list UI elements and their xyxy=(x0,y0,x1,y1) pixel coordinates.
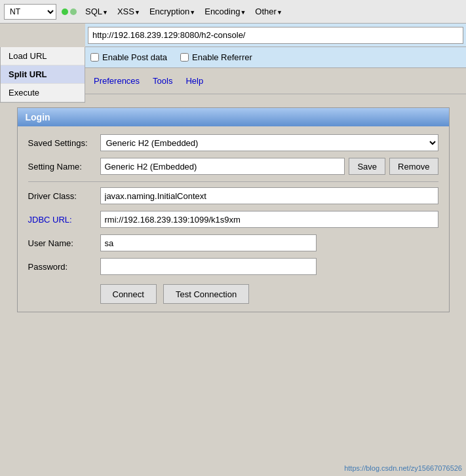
enable-post-data-text: Enable Post data xyxy=(102,52,167,62)
toolbar-other[interactable]: Other▼ xyxy=(252,5,285,18)
enable-post-data-label[interactable]: Enable Post data xyxy=(90,52,167,62)
setting-name-row: Setting Name: Save Remove xyxy=(28,158,438,175)
toolbar-encoding[interactable]: Encoding▼ xyxy=(201,5,249,18)
driver-class-label: Driver Class: xyxy=(28,191,100,201)
jdbc-url-row: JDBC URL: xyxy=(28,211,438,228)
sql-arrow: ▼ xyxy=(102,9,108,16)
toolbar-sql[interactable]: SQL▼ xyxy=(82,5,111,18)
watermark: https://blog.csdn.net/zy15667076526 xyxy=(344,464,462,472)
toolbar-xss[interactable]: XSS▼ xyxy=(114,5,144,18)
connect-row: Connect Test Connection xyxy=(28,284,438,304)
driver-class-row: Driver Class: xyxy=(28,187,438,204)
url-bar xyxy=(85,24,466,47)
load-url-item[interactable]: Load URL xyxy=(1,47,85,65)
encoding-arrow: ▼ xyxy=(240,9,246,16)
enable-referrer-label[interactable]: Enable Referrer xyxy=(180,52,252,62)
encryption-arrow: ▼ xyxy=(189,9,195,16)
toolbar-select[interactable]: NT xyxy=(4,4,56,20)
other-arrow: ▼ xyxy=(277,9,282,16)
xss-arrow: ▼ xyxy=(134,9,140,16)
saved-settings-label: Saved Settings: xyxy=(28,138,100,148)
remove-button[interactable]: Remove xyxy=(389,158,438,175)
setting-name-input-row: Save Remove xyxy=(100,158,438,175)
password-input[interactable] xyxy=(100,258,317,275)
saved-settings-select[interactable]: Generic H2 (Embedded) xyxy=(100,134,438,151)
toolbar-dots xyxy=(62,9,77,15)
password-row: Password: xyxy=(28,258,438,275)
login-panel: Login Saved Settings: Generic H2 (Embedd… xyxy=(17,107,450,312)
user-name-input[interactable] xyxy=(100,234,317,251)
help-link[interactable]: Help xyxy=(182,75,206,87)
toolbar-encryption[interactable]: Encryption▼ xyxy=(146,5,199,18)
saved-settings-row: Saved Settings: Generic H2 (Embedded) xyxy=(28,134,438,151)
left-panel: Load URL Split URL Execute xyxy=(0,47,85,103)
enable-referrer-checkbox[interactable] xyxy=(180,53,189,62)
divider xyxy=(28,181,438,182)
toolbar: NT SQL▼ XSS▼ Encryption▼ Encoding▼ Other… xyxy=(0,0,466,24)
setting-name-input[interactable] xyxy=(100,158,345,175)
enable-post-data-checkbox[interactable] xyxy=(90,53,99,62)
user-name-row: User Name: xyxy=(28,234,438,251)
test-connection-button[interactable]: Test Connection xyxy=(163,284,249,304)
login-body: Saved Settings: Generic H2 (Embedded) Se… xyxy=(18,126,449,312)
url-input[interactable] xyxy=(88,27,463,44)
dot-lime xyxy=(70,9,77,15)
execute-item[interactable]: Execute xyxy=(1,84,85,102)
split-url-item[interactable]: Split URL xyxy=(1,65,85,84)
dot-green xyxy=(62,9,68,15)
driver-class-input[interactable] xyxy=(100,187,438,204)
jdbc-url-label: JDBC URL: xyxy=(28,215,100,225)
login-header: Login xyxy=(18,108,449,126)
save-button[interactable]: Save xyxy=(349,158,385,175)
jdbc-url-input[interactable] xyxy=(100,211,438,228)
tools-link[interactable]: Tools xyxy=(149,75,176,87)
user-name-label: User Name: xyxy=(28,238,100,248)
checkbox-bar: Enable Post data Enable Referrer xyxy=(85,47,466,68)
password-label: Password: xyxy=(28,262,100,272)
enable-referrer-text: Enable Referrer xyxy=(192,52,252,62)
preferences-link[interactable]: Preferences xyxy=(90,75,143,87)
connect-button[interactable]: Connect xyxy=(100,284,157,304)
setting-name-label: Setting Name: xyxy=(28,162,100,172)
saved-settings-container: Generic H2 (Embedded) xyxy=(100,134,438,151)
